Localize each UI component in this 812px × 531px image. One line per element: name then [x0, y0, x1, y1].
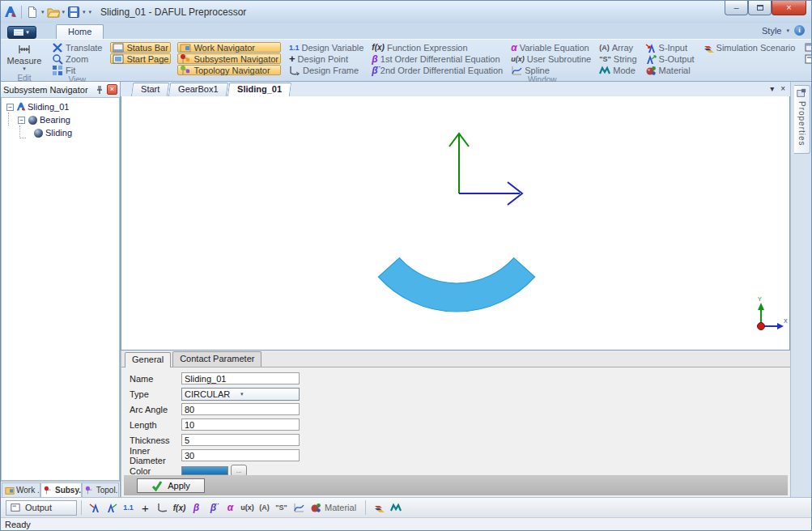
open-folder-icon[interactable]	[47, 6, 60, 19]
function-expression-tool[interactable]: f(x)	[171, 500, 188, 516]
measure-button[interactable]: Measure▾	[4, 41, 45, 74]
first-order-ode-button[interactable]: β 1st Order Differential Equation	[370, 53, 504, 64]
new-file-dropdown[interactable]: ▾	[41, 9, 45, 15]
length-field[interactable]	[181, 418, 300, 431]
tree-item-root[interactable]: − Sliding_01	[3, 101, 117, 113]
tab-home[interactable]: Home	[56, 24, 104, 39]
material-tool[interactable]	[307, 500, 324, 516]
new-file-icon[interactable]	[26, 6, 39, 19]
tab-work-navigator[interactable]: Work ...	[2, 482, 40, 497]
tab-close-icon[interactable]: ×	[780, 84, 785, 93]
user-subroutine-button[interactable]: u(x) User Subroutine	[509, 53, 593, 64]
style-label[interactable]: Style	[762, 26, 781, 36]
work-navigator-toggle[interactable]: Work Navigator	[177, 42, 281, 53]
design-frame-tool[interactable]	[154, 500, 171, 516]
tab-sliding-01[interactable]: Sliding_01	[227, 83, 291, 96]
design-frame-button[interactable]: Design Frame	[287, 65, 365, 75]
zoom-button[interactable]: Zoom	[50, 53, 104, 64]
tab-list-dropdown[interactable]: ▾	[770, 84, 774, 93]
maximize-button[interactable]	[748, 1, 772, 15]
minimize-button[interactable]: –	[725, 1, 748, 15]
design-variable-tool[interactable]: 1.1	[120, 500, 137, 516]
first-order-ode-tool[interactable]: β	[188, 500, 205, 516]
design-point-icon: +	[142, 501, 149, 515]
user-subroutine-tool[interactable]: u(x)	[239, 500, 256, 516]
design-frame-icon	[157, 502, 168, 513]
save-dropdown[interactable]: ▾	[83, 9, 86, 15]
tab-contact-parameter[interactable]: Contact Parameter	[172, 351, 261, 367]
fit-button[interactable]: Fit	[50, 65, 104, 75]
mode-button[interactable]: Mode	[597, 65, 638, 75]
design-point-tool[interactable]: +	[137, 500, 154, 516]
pin-icon[interactable]	[95, 85, 104, 95]
orientation-triad: Y X	[758, 296, 789, 330]
tree-item-bearing[interactable]: − Bearing	[3, 114, 117, 125]
tree-item-sliding[interactable]: Sliding	[3, 127, 117, 138]
status-bar-toggle[interactable]: Status Bar	[110, 42, 171, 53]
second-order-ode-button[interactable]: β̈ 2nd Order Differential Equation	[370, 65, 504, 75]
variable-equation-icon: α	[511, 42, 517, 53]
tab-topology-navigator[interactable]: Topol...	[82, 482, 119, 497]
output-toggle-button[interactable]: Output	[6, 500, 77, 516]
translate-button[interactable]: Translate	[50, 42, 104, 53]
design-point-button[interactable]: + Design Point	[287, 53, 365, 64]
simulation-scenario-tool[interactable]	[370, 500, 387, 516]
start-page-toggle[interactable]: Start Page	[110, 53, 171, 64]
tab-subsystem-navigator[interactable]: Subsy...	[40, 482, 82, 497]
variable-equation-tool[interactable]: α	[222, 500, 239, 516]
mode-tool[interactable]	[387, 500, 404, 516]
design-variable-icon: 1.1	[289, 44, 300, 52]
function-expression-button[interactable]: f(x) Function Expression	[370, 42, 504, 53]
work-navigator-icon	[180, 42, 191, 53]
subsystem-tree: − Sliding_01 − Bearing Sliding	[1, 98, 120, 481]
spline-tool[interactable]	[290, 500, 307, 516]
variable-equation-button[interactable]: α Variable Equation	[509, 42, 593, 53]
properties-button[interactable]: Properties	[803, 42, 812, 53]
material-button[interactable]: Material	[644, 65, 696, 75]
string-button[interactable]: "S" String	[597, 53, 638, 64]
s-input-tool[interactable]	[86, 500, 103, 516]
first-order-ode-icon: β	[372, 53, 377, 65]
save-disk-icon[interactable]	[67, 6, 80, 19]
tab-start[interactable]: Start	[131, 83, 170, 96]
s-input-button[interactable]: S-Input	[644, 42, 696, 53]
topology-navigator-toggle[interactable]: Topology Navigator	[177, 65, 281, 75]
s-output-tool[interactable]	[103, 500, 120, 516]
design-variable-button[interactable]: 1.1 Design Variable	[287, 42, 365, 53]
form-row-thickness: Thickness	[121, 432, 790, 448]
open-dropdown[interactable]: ▾	[62, 9, 66, 15]
spline-button[interactable]: Spline	[509, 65, 593, 75]
array-button[interactable]: (A) Array	[597, 42, 638, 53]
output-button[interactable]: Output	[803, 53, 812, 64]
sliding-arc-body[interactable]	[378, 258, 534, 312]
apply-button[interactable]: Apply	[137, 478, 205, 493]
menu-icon	[14, 29, 23, 36]
measure-icon	[18, 43, 31, 56]
tab-gearbox1[interactable]: GearBox1	[168, 83, 228, 96]
collapse-icon[interactable]: −	[6, 104, 14, 111]
thickness-field[interactable]	[181, 434, 300, 446]
model-viewport[interactable]: Y X	[121, 96, 790, 350]
panel-close-icon[interactable]: ×	[107, 84, 117, 95]
info-icon[interactable]: i	[794, 25, 805, 36]
color-swatch[interactable]	[181, 466, 228, 475]
application-menu-button[interactable]: ▾	[7, 26, 36, 39]
collapse-icon[interactable]: −	[18, 117, 25, 124]
second-order-ode-tool[interactable]: β̈	[205, 500, 222, 516]
status-bar: Ready	[1, 517, 811, 531]
close-button[interactable]: ×	[772, 1, 806, 15]
style-dropdown[interactable]: ▾	[786, 28, 789, 34]
array-tool[interactable]: (A)	[256, 500, 273, 516]
qat-options-dropdown[interactable]: ▾	[89, 9, 92, 15]
material-tool-label[interactable]: Material	[325, 503, 356, 512]
simulation-scenario-button[interactable]: Simulation Scenario	[701, 42, 797, 53]
name-field[interactable]	[181, 372, 300, 384]
inner-diameter-field[interactable]	[181, 449, 300, 461]
arc-angle-field[interactable]	[181, 403, 300, 415]
string-tool[interactable]: "S"	[273, 500, 290, 516]
s-output-button[interactable]: S-Output	[644, 53, 696, 64]
tab-general[interactable]: General	[125, 352, 171, 367]
subsystem-navigator-toggle[interactable]: Subsystem Navigator	[177, 53, 281, 64]
type-select[interactable]: CIRCULAR▾	[181, 388, 300, 401]
properties-side-tab[interactable]: Properties	[794, 85, 810, 154]
